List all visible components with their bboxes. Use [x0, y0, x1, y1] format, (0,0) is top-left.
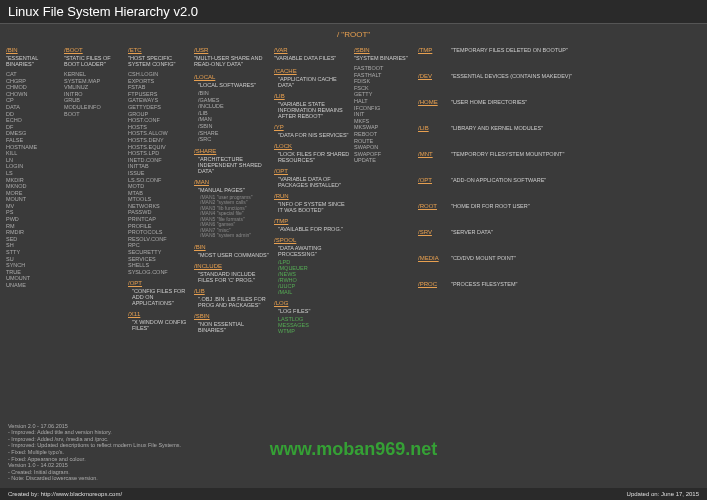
list-item: /MAN	[198, 116, 270, 123]
list-item: MORE	[6, 190, 60, 197]
sbin-desc: "SYSTEM BINARIES"	[354, 55, 414, 61]
var-run-desc: "INFO OF SYSTEM SINCE IT WAS BOOTED"	[278, 201, 350, 213]
right-desc: "SERVER DATA"	[451, 229, 701, 235]
list-item: EXPORTS	[128, 78, 190, 85]
list-item: CHGRP	[6, 78, 60, 85]
list-item: LN	[6, 157, 60, 164]
list-item: GETTYDEFS	[128, 104, 190, 111]
list-item: UMOUNT	[6, 275, 60, 282]
right-desc: "USER HOME DIRECTORIES"	[451, 99, 701, 105]
var-lib-title: /LIB	[274, 93, 350, 99]
list-item: UPDATE	[354, 157, 414, 164]
etc-opt-desc: "CONFIG FILES FOR ADD ON APPLICATIONS"	[132, 288, 190, 306]
usr-title: /USR	[194, 47, 270, 53]
list-item: SYNCH	[6, 262, 60, 269]
right-desc: "LIBRARY AND KERNEL MODULES"	[451, 125, 701, 131]
list-item: CP	[6, 97, 60, 104]
list-item: MKDIR	[6, 177, 60, 184]
var-lib-desc: "VARIABLE STATE INFORMATION REMAINS AFTE…	[278, 101, 350, 119]
right-desc: "TEMPORORY FILESYSTEM MOUNTPOINT"	[451, 151, 701, 157]
boot-title: /BOOT	[64, 47, 124, 53]
list-item: HOSTS.ALLOW	[128, 130, 190, 137]
list-item: /GAMES	[198, 97, 270, 104]
list-item: FDISK	[354, 78, 414, 85]
usr-column: /USR "MULTI-USER SHARE AND READ-ONLY DAT…	[194, 47, 270, 333]
etc-x11-desc: "X WINDOW CONFIG FILES"	[132, 319, 190, 331]
boot-desc: "STATIC FILES OF BOOT LOADER"	[64, 55, 124, 67]
right-row: /OPT"ADD-ON APPLICATION SOFTWARE"	[418, 177, 701, 183]
list-item: /BIN	[198, 90, 270, 97]
right-row: /LIB"LIBRARY AND KERNEL MODULES"	[418, 125, 701, 131]
usr-local-title: /LOCAL	[194, 74, 270, 80]
list-item: SHELLS	[128, 262, 190, 269]
list-item: KILL	[6, 150, 60, 157]
boot-column: /BOOT "STATIC FILES OF BOOT LOADER" KERN…	[64, 47, 124, 117]
list-item: SU	[6, 256, 60, 263]
var-lock-desc: "LOCK FILES FOR SHARED RESOURCES"	[278, 151, 350, 163]
list-item: GETTY	[354, 91, 414, 98]
list-item: RMDIR	[6, 229, 60, 236]
right-title: /PROC	[418, 281, 448, 287]
var-lock-title: /LOCK	[274, 143, 350, 149]
right-row: /TMP"TEMPORARY FILES DELETED ON BOOTUP"	[418, 47, 701, 53]
var-desc: "VARIABLE DATA FILES"	[274, 55, 350, 61]
list-item: ROUTE	[354, 138, 414, 145]
list-item: GATEWAYS	[128, 97, 190, 104]
list-item: DF	[6, 124, 60, 131]
list-item: MOUNT	[6, 196, 60, 203]
list-item: - Fixed: Multiple typo's.	[8, 449, 181, 456]
list-item: STTY	[6, 249, 60, 256]
var-spool-items: /LPD/MQUEUER/NEWS/RWHO/UUCP/MAIL	[274, 259, 350, 295]
list-item: MODULEINFO	[64, 104, 124, 111]
right-desc: "TEMPORARY FILES DELETED ON BOOTUP"	[451, 47, 701, 53]
list-item: SERVICES	[128, 256, 190, 263]
var-column: /VAR "VARIABLE DATA FILES" /CACHE "APPLI…	[274, 47, 350, 334]
list-item: RM	[6, 223, 60, 230]
list-item: REBOOT	[354, 131, 414, 138]
list-item: FASTBOOT	[354, 65, 414, 72]
list-item: MKNOD	[6, 183, 60, 190]
list-item: INITTAB	[128, 163, 190, 170]
bin-title: /BIN	[6, 47, 60, 53]
sbin-items: FASTBOOTFASTHALTFDISKFSCKGETTYHALTIFCONF…	[354, 65, 414, 164]
list-item: MKSWAP	[354, 124, 414, 131]
list-item: CAT	[6, 71, 60, 78]
list-item: BOOT	[64, 111, 124, 118]
list-item: ISSUE	[128, 170, 190, 177]
list-item: CHOWN	[6, 91, 60, 98]
right-title: /SRV	[418, 229, 448, 235]
var-tmp-desc: "AVAILABLE FOR PROG."	[278, 226, 350, 232]
usr-lib-title: /LIB	[194, 288, 270, 294]
list-item: DATA	[6, 104, 60, 111]
list-item: IFCONFIG	[354, 105, 414, 112]
usr-sbin-title: /SBIN	[194, 313, 270, 319]
list-item: LS	[6, 170, 60, 177]
var-log-title: /LOG	[274, 300, 350, 306]
var-spool-title: /SPOOL	[274, 237, 350, 243]
list-item: MTAB	[128, 190, 190, 197]
bin-column: /BIN "ESSENTIAL BINARIES" CATCHGRPCHMODC…	[6, 47, 60, 289]
list-item: /LIB	[198, 110, 270, 117]
list-item: WTMP	[278, 328, 350, 334]
list-item: NETWORKS	[128, 203, 190, 210]
etc-title: /ETC	[128, 47, 190, 53]
list-item: HOST.CONF	[128, 117, 190, 124]
list-item: PS	[6, 209, 60, 216]
usr-desc: "MULTI-USER SHARE AND READ-ONLY DATA"	[194, 55, 270, 67]
list-item: PROTOCOLS	[128, 229, 190, 236]
boot-items: KERNELSYSTEM.MAPVMLINUZINITROGRUBMODULEI…	[64, 71, 124, 117]
list-item: - Improved: Added /srv, /media and /proc…	[8, 436, 181, 443]
list-item: HOSTS	[128, 124, 190, 131]
right-desc: "PROCESS FILESYSTEM"	[451, 281, 701, 287]
right-title: /MNT	[418, 151, 448, 157]
sbin-title: /SBIN	[354, 47, 414, 53]
list-item: LOGIN	[6, 163, 60, 170]
page-title: Linux File System Hierarchy v2.0	[8, 4, 198, 19]
list-item: SWAPON	[354, 144, 414, 151]
right-desc: "CD/DVD MOUNT POINT"	[451, 255, 701, 261]
list-item: LS.SO.CONF	[128, 177, 190, 184]
list-item: ECHO	[6, 117, 60, 124]
list-item: - Improved: Added title and version hist…	[8, 429, 181, 436]
sbin-column: /SBIN "SYSTEM BINARIES" FASTBOOTFASTHALT…	[354, 47, 414, 164]
var-yp-title: /YP	[274, 124, 350, 130]
